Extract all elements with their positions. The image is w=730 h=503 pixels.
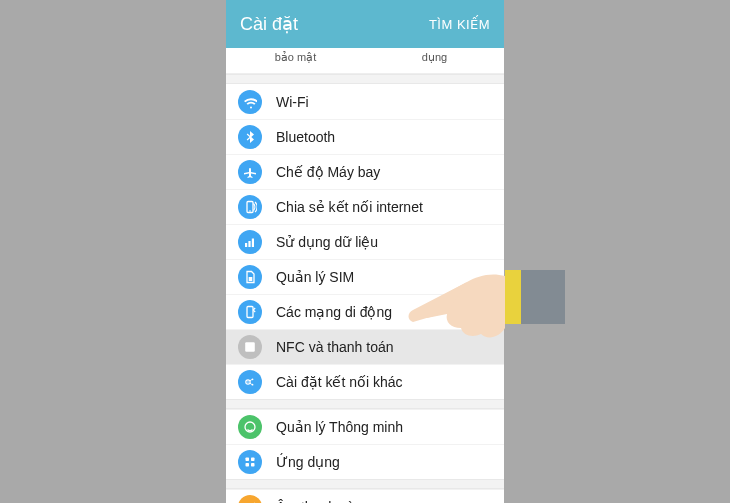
settings-row-sim[interactable]: Quản lý SIM (226, 259, 504, 294)
settings-row-label: Ứng dụng (276, 454, 340, 470)
wifi-icon (238, 90, 262, 114)
section-divider (226, 74, 504, 84)
app-header: Cài đặt TÌM KIẾM (226, 0, 504, 48)
airplane-icon (238, 160, 262, 184)
settings-row-label: Các mạng di động (276, 304, 392, 320)
mobile-icon (238, 300, 262, 324)
tab-left[interactable]: bảo mật (226, 48, 365, 73)
settings-row-bluetooth[interactable]: Bluetooth (226, 119, 504, 154)
bluetooth-icon (238, 125, 262, 149)
settings-row-wifi[interactable]: Wi-Fi (226, 84, 504, 119)
tether-icon (238, 195, 262, 219)
sim-icon (238, 265, 262, 289)
settings-row-label: NFC và thanh toán (276, 339, 394, 355)
sound-icon (238, 495, 262, 503)
section-divider (226, 399, 504, 409)
settings-row-datausage[interactable]: Sử dụng dữ liệu (226, 224, 504, 259)
settings-row-label: Bluetooth (276, 129, 335, 145)
search-button[interactable]: TÌM KIẾM (429, 17, 490, 32)
nfc-icon (238, 335, 262, 359)
more-icon (238, 370, 262, 394)
settings-row-mobile[interactable]: Các mạng di động (226, 294, 504, 329)
settings-row-label: Quản lý Thông minh (276, 419, 403, 435)
settings-row-label: Quản lý SIM (276, 269, 354, 285)
svg-rect-0 (517, 270, 565, 324)
settings-row-label: Chế độ Máy bay (276, 164, 380, 180)
svg-rect-1 (505, 270, 521, 324)
settings-row-label: Âm thanh và rung (276, 499, 387, 503)
settings-list: Wi-FiBluetoothChế độ Máy bayChia sẻ kết … (226, 84, 504, 503)
data-icon (238, 230, 262, 254)
settings-screen: Cài đặt TÌM KIẾM bảo mật dụng Wi-FiBluet… (226, 0, 504, 503)
settings-row-apps[interactable]: Ứng dụng (226, 444, 504, 479)
settings-row-airplane[interactable]: Chế độ Máy bay (226, 154, 504, 189)
settings-row-sound[interactable]: Âm thanh và rung (226, 489, 504, 503)
settings-row-label: Chia sẻ kết nối internet (276, 199, 423, 215)
settings-row-nfc[interactable]: NFC và thanh toán (226, 329, 504, 364)
settings-row-tether[interactable]: Chia sẻ kết nối internet (226, 189, 504, 224)
section-divider (226, 479, 504, 489)
settings-row-label: Wi-Fi (276, 94, 309, 110)
page-title: Cài đặt (240, 13, 298, 35)
tab-right[interactable]: dụng (365, 48, 504, 73)
settings-row-smartmgr[interactable]: Quản lý Thông minh (226, 409, 504, 444)
settings-row-label: Cài đặt kết nối khác (276, 374, 403, 390)
tab-strip: bảo mật dụng (226, 48, 504, 74)
smart-icon (238, 415, 262, 439)
settings-row-more[interactable]: Cài đặt kết nối khác (226, 364, 504, 399)
settings-row-label: Sử dụng dữ liệu (276, 234, 378, 250)
apps-icon (238, 450, 262, 474)
